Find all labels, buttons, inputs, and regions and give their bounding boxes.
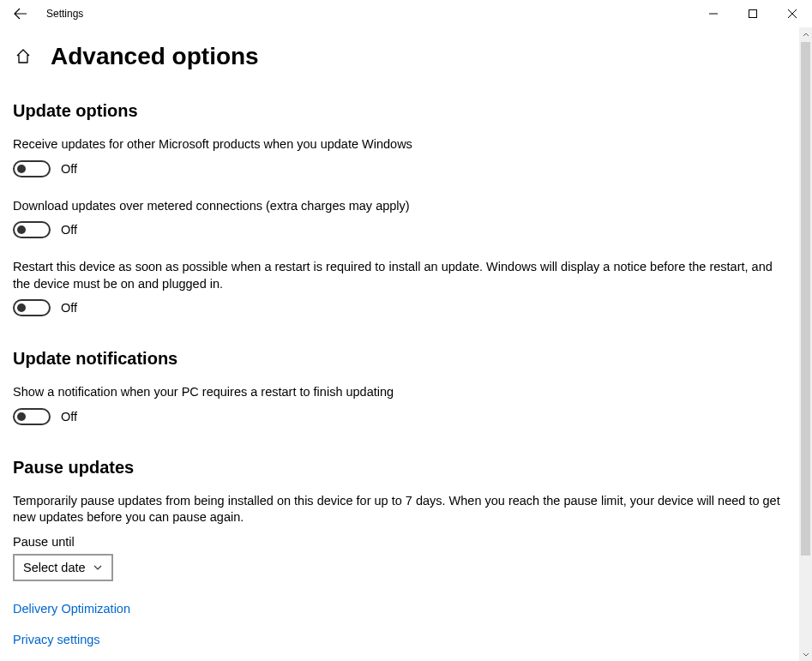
close-icon — [788, 9, 797, 18]
window-title: Settings — [46, 8, 83, 20]
toggle-receive-other-products[interactable] — [13, 160, 51, 177]
maximize-icon — [749, 9, 757, 18]
setting-desc: Restart this device as soon as possible … — [13, 259, 785, 292]
setting-desc: Temporarily pause updates from being ins… — [13, 493, 785, 526]
toggle-state-label: Off — [61, 223, 77, 237]
toggle-state-label: Off — [61, 162, 77, 176]
toggle-row: Off — [13, 160, 786, 177]
toggle-restart-asap[interactable] — [13, 299, 51, 316]
arrow-left-icon — [14, 7, 27, 21]
close-button[interactable] — [773, 0, 812, 27]
section-heading-pause-updates: Pause updates — [13, 458, 786, 478]
link-privacy-settings[interactable]: Privacy settings — [13, 633, 786, 646]
scroll-down-button[interactable] — [799, 646, 812, 661]
setting-desc: Download updates over metered connection… — [13, 198, 785, 215]
setting-desc: Show a notification when your PC require… — [13, 384, 785, 401]
select-value: Select date — [23, 561, 86, 574]
scroll-thumb[interactable] — [801, 42, 810, 556]
toggle-metered-connections[interactable] — [13, 221, 51, 238]
toggle-row: Off — [13, 299, 786, 316]
pause-until-label: Pause until — [13, 535, 786, 549]
maximize-button[interactable] — [733, 0, 773, 27]
link-delivery-optimization[interactable]: Delivery Optimization — [13, 602, 786, 616]
chevron-down-icon — [803, 651, 809, 658]
section-heading-update-options: Update options — [13, 101, 786, 121]
vertical-scrollbar[interactable] — [799, 27, 812, 661]
pause-until-select[interactable]: Select date — [13, 554, 113, 581]
section-heading-update-notifications: Update notifications — [13, 349, 786, 369]
content-area: Advanced options Update options Receive … — [0, 27, 799, 661]
home-icon — [15, 48, 32, 65]
page-title: Advanced options — [51, 43, 259, 70]
titlebar: Settings — [0, 0, 812, 27]
scroll-up-button[interactable] — [799, 27, 812, 42]
toggle-row: Off — [13, 408, 786, 425]
toggle-restart-notification[interactable] — [13, 408, 51, 425]
back-button[interactable] — [7, 0, 34, 27]
home-button[interactable] — [15, 48, 32, 65]
toggle-state-label: Off — [61, 410, 77, 424]
toggle-row: Off — [13, 221, 786, 238]
chevron-up-icon — [803, 32, 809, 39]
setting-desc: Receive updates for other Microsoft prod… — [13, 136, 785, 153]
toggle-state-label: Off — [61, 301, 77, 315]
minimize-icon — [709, 9, 718, 18]
svg-rect-0 — [749, 10, 757, 18]
scroll-track[interactable] — [799, 42, 812, 646]
page-header: Advanced options — [13, 43, 786, 70]
chevron-down-icon — [93, 562, 103, 573]
minimize-button[interactable] — [694, 0, 733, 27]
